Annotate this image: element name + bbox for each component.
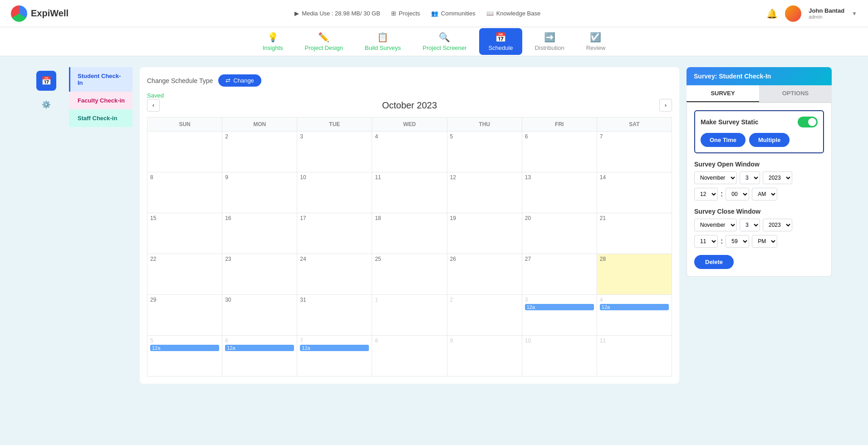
calendar-cell[interactable]: 22 xyxy=(147,254,222,295)
nav-item-distribution[interactable]: ➡️ Distribution xyxy=(526,28,574,55)
calendar-cell[interactable]: 30 xyxy=(222,295,297,336)
calendar-cell[interactable]: 8 xyxy=(147,172,222,213)
multiple-label: Multiple xyxy=(758,137,780,143)
day-number: 28 xyxy=(600,256,606,262)
knowledge-base-nav[interactable]: 📖 Knowledge Base xyxy=(486,10,541,17)
calendar-cell[interactable]: 12 xyxy=(447,172,522,213)
calendar-cell[interactable]: 13 xyxy=(522,172,597,213)
event-bar[interactable]: 12a xyxy=(600,304,669,310)
prev-month-button[interactable]: ‹ xyxy=(147,99,160,112)
calendar-cell[interactable]: 25 xyxy=(372,254,447,295)
calendar-cell[interactable]: 612a xyxy=(222,336,297,377)
open-month-select[interactable]: November xyxy=(694,171,737,184)
calendar-cell[interactable]: 9 xyxy=(222,172,297,213)
nav-label-distribution: Distribution xyxy=(535,44,564,51)
calendar-cell[interactable]: 18 xyxy=(372,213,447,254)
day-number: 9 xyxy=(450,337,453,344)
calendar-cell[interactable]: 7 xyxy=(597,132,672,172)
calendar-cell[interactable]: 29 xyxy=(147,295,222,336)
one-time-button[interactable]: One Time xyxy=(701,133,745,147)
open-ampm-select[interactable]: AM xyxy=(752,188,777,200)
calendar-cell[interactable]: 2 xyxy=(222,132,297,172)
calendar-cell[interactable]: 28 xyxy=(597,254,672,295)
calendar-cell[interactable]: 23 xyxy=(222,254,297,295)
nav-bar: 💡 Insights ✏️ Project Design 📋 Build Sur… xyxy=(0,27,868,56)
calendar-cell[interactable]: 9 xyxy=(447,336,522,377)
calendar-cell[interactable]: 16 xyxy=(222,213,297,254)
calendar-cell[interactable]: 2 xyxy=(447,295,522,336)
calendar-cell[interactable]: 27 xyxy=(522,254,597,295)
calendar-cell[interactable]: 19 xyxy=(447,213,522,254)
calendar-cell[interactable]: 11 xyxy=(597,336,672,377)
calendar-header-row: SUN MON TUE WED THU FRI SAT xyxy=(147,117,672,132)
calendar-cell[interactable]: 15 xyxy=(147,213,222,254)
calendar-cell[interactable]: 26 xyxy=(447,254,522,295)
close-day-select[interactable]: 3 xyxy=(740,219,760,231)
event-bar[interactable]: 12a xyxy=(300,345,369,351)
close-year-select[interactable]: 2023 xyxy=(763,219,792,231)
calendar-cell[interactable]: 712a xyxy=(297,336,372,377)
next-month-button[interactable]: › xyxy=(659,99,672,112)
calendar-cell[interactable]: 3 xyxy=(297,132,372,172)
calendar-cell[interactable] xyxy=(147,132,222,172)
calendar-cell[interactable]: 24 xyxy=(297,254,372,295)
nav-item-build-surveys[interactable]: 📋 Build Surveys xyxy=(356,28,410,55)
calendar-cell[interactable]: 5 xyxy=(447,132,522,172)
open-day-select[interactable]: 3 xyxy=(740,171,760,184)
open-year-select[interactable]: 2023 xyxy=(763,171,792,184)
calendar-cell[interactable]: 8 xyxy=(372,336,447,377)
user-avatar xyxy=(785,5,801,22)
calendar-week-3: 22232425262728 xyxy=(147,254,672,295)
close-ampm-select[interactable]: PM xyxy=(752,235,777,248)
calendar-cell[interactable]: 4 xyxy=(372,132,447,172)
calendar-cell[interactable]: 17 xyxy=(297,213,372,254)
calendar-cell[interactable]: 20 xyxy=(522,213,597,254)
calendar-cell[interactable]: 10 xyxy=(297,172,372,213)
nav-item-project-screener[interactable]: 🔍 Project Screener xyxy=(414,28,476,55)
calendar-cell[interactable]: 6 xyxy=(522,132,597,172)
day-number: 1 xyxy=(375,297,378,303)
calendar-cell[interactable]: 312a xyxy=(522,295,597,336)
nav-item-schedule[interactable]: 📅 Schedule xyxy=(479,28,522,55)
multiple-button[interactable]: Multiple xyxy=(749,133,790,147)
nav-item-review[interactable]: ☑️ Review xyxy=(577,28,615,55)
day-header-thu: THU xyxy=(447,117,522,132)
day-number: 4 xyxy=(600,297,603,303)
calendar-cell[interactable]: 412a xyxy=(597,295,672,336)
close-month-select[interactable]: November xyxy=(694,219,737,231)
tab-survey[interactable]: SURVEY xyxy=(687,85,759,102)
change-schedule-button[interactable]: ⇄ Change xyxy=(218,74,261,87)
panel-tabs: SURVEY OPTIONS xyxy=(687,85,832,103)
event-bar[interactable]: 12a xyxy=(225,345,294,351)
chevron-down-icon[interactable]: ▼ xyxy=(852,10,857,17)
open-hour-select[interactable]: 12 xyxy=(694,188,718,200)
sidebar-btn-network[interactable]: ⚙️ xyxy=(36,94,56,114)
calendar-cell[interactable]: 31 xyxy=(297,295,372,336)
month-title: October 2023 xyxy=(382,100,437,111)
calendar-cell[interactable]: 10 xyxy=(522,336,597,377)
calendar-cell[interactable]: 21 xyxy=(597,213,672,254)
make-survey-static-toggle[interactable] xyxy=(798,117,818,127)
sidebar-btn-calendar[interactable]: 📅 xyxy=(36,71,56,91)
close-hour-select[interactable]: 11 xyxy=(694,235,718,248)
calendar-cell[interactable]: 14 xyxy=(597,172,672,213)
survey-item-faculty[interactable]: Faculty Check-in xyxy=(69,92,132,109)
nav-item-project-design[interactable]: ✏️ Project Design xyxy=(296,28,353,55)
schedule-icon: 📅 xyxy=(495,32,506,43)
survey-item-staff[interactable]: Staff Check-in xyxy=(69,109,132,127)
tab-options[interactable]: OPTIONS xyxy=(759,85,832,102)
calendar-cell[interactable]: 11 xyxy=(372,172,447,213)
delete-button[interactable]: Delete xyxy=(694,255,734,269)
event-bar[interactable]: 12a xyxy=(150,345,219,351)
notification-icon[interactable]: 🔔 xyxy=(766,8,778,19)
nav-item-insights[interactable]: 💡 Insights xyxy=(254,28,292,55)
calendar-cell[interactable]: 1 xyxy=(372,295,447,336)
close-minute-select[interactable]: 59 xyxy=(726,235,749,248)
open-minute-select[interactable]: 00 xyxy=(726,188,749,200)
calendar-cell[interactable]: 512a xyxy=(147,336,222,377)
event-bar[interactable]: 12a xyxy=(525,304,594,310)
nav-label-build-surveys: Build Surveys xyxy=(365,44,401,51)
projects-nav[interactable]: ⊞ Projects xyxy=(391,10,420,17)
survey-item-student[interactable]: Student Check-In xyxy=(69,67,132,92)
communities-nav[interactable]: 👥 Communities xyxy=(431,10,476,17)
